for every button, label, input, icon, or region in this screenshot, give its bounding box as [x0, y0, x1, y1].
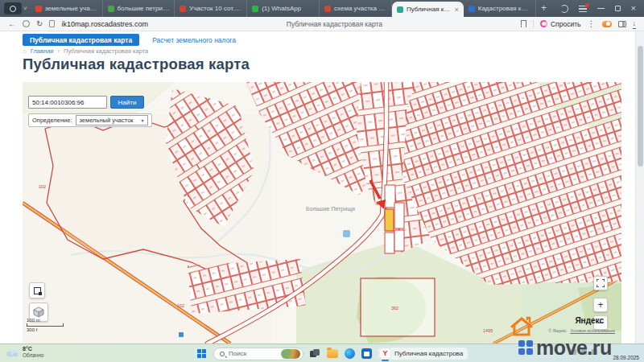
taskbar-search[interactable]: Поиск — [213, 348, 303, 360]
breadcrumb-separator: › — [57, 47, 60, 55]
nav-land-tax[interactable]: Расчет земельного налога — [152, 36, 236, 44]
terms-link[interactable]: Условия использования — [571, 328, 616, 333]
bookmark-icon[interactable] — [521, 20, 526, 27]
tab-label: Публичная када — [407, 6, 452, 13]
notification-badge — [585, 3, 589, 7]
map-attribution: © Яндекс Условия использования — [549, 328, 615, 333]
fullscreen-icon — [597, 279, 605, 287]
tab-5[interactable]: схема участка по к — [320, 0, 392, 17]
extension-icon[interactable] — [602, 21, 612, 27]
tab-7[interactable]: Кадастровая карта — [464, 0, 536, 17]
yandex-logo: Яндекс — [575, 316, 604, 325]
copyright-text: © Яндекс — [549, 328, 567, 333]
file-explorer-button[interactable] — [327, 349, 338, 358]
more-menu-icon[interactable]: ⋮ — [588, 17, 596, 31]
breadcrumb: ⌂ Главная › Публичная кадастровая карта — [23, 47, 148, 55]
site-info-icon[interactable] — [49, 20, 55, 27]
tab-favicon — [108, 6, 114, 12]
nav-public-map[interactable]: Публичная кадастровая карта — [23, 34, 139, 46]
minimize-button[interactable] — [597, 8, 605, 10]
page-scrollbar[interactable] — [635, 31, 644, 343]
maximize-button[interactable] — [615, 6, 621, 11]
browser-logo-icon[interactable] — [23, 20, 30, 27]
site-nav: Публичная кадастровая карта Расчет земел… — [23, 34, 236, 46]
tab-2[interactable]: большие петрищи — [103, 0, 175, 17]
tab-4[interactable]: (1) WhatsApp — [247, 0, 320, 17]
tab-label: схема участка по к — [334, 5, 386, 12]
search-highlight-image[interactable] — [281, 349, 300, 359]
parcel-label: 102 — [39, 184, 46, 189]
tab-label: земельные участки — [45, 5, 97, 12]
village-label: Большие Петрищи — [306, 206, 355, 212]
tab-groups-button[interactable] — [4, 2, 22, 14]
refresh-icon[interactable]: ↻ — [36, 17, 43, 31]
breadcrumb-home-link[interactable]: Главная — [31, 47, 54, 55]
cadastral-map[interactable]: 102 102 362 1495 Большие Петрищи Найти О… — [23, 82, 621, 343]
start-button[interactable] — [197, 349, 207, 359]
close-window-button[interactable]: × — [631, 0, 636, 17]
tab-label: Участок 10 сот. 06 — [189, 5, 242, 12]
edge-browser-button[interactable] — [345, 348, 355, 359]
store-button[interactable] — [361, 348, 372, 359]
tab-favicon — [35, 6, 42, 12]
breadcrumb-current: Публичная кадастровая карта — [64, 47, 148, 55]
area-icon — [34, 287, 41, 294]
tab-favicon — [469, 6, 475, 12]
scale-bar — [27, 323, 64, 327]
tab-active[interactable]: Публичная када× — [392, 2, 464, 17]
tray-icon[interactable] — [592, 349, 597, 355]
tab-label: Кадастровая карта — [478, 5, 530, 12]
back-icon[interactable]: ← — [8, 17, 16, 31]
tab-label: большие петрищи — [118, 5, 170, 12]
cloud-icon — [6, 348, 19, 357]
new-tab-button[interactable]: + — [536, 0, 552, 17]
map-scale: 100 m 300 f — [27, 318, 64, 332]
active-app-button[interactable]: Y Публичная кадастрова — [378, 348, 468, 360]
tab-groups-icon — [10, 6, 16, 12]
system-tray[interactable] — [571, 349, 597, 355]
yandex-browser-icon: Y — [380, 348, 390, 359]
tab-favicon — [324, 6, 331, 12]
cadastral-number-input[interactable] — [28, 96, 107, 109]
close-tab-icon[interactable]: × — [454, 6, 458, 14]
browser-tab-bar: ˅ земельные участки большие петрищи Учас… — [0, 0, 644, 17]
task-view-button[interactable] — [310, 349, 320, 358]
download-icon[interactable]: ↓ — [633, 19, 637, 29]
ask-label: Спросить — [551, 20, 581, 28]
home-icon: ⌂ — [23, 47, 27, 55]
measure-area-button[interactable] — [29, 282, 45, 298]
active-app-label: Публичная кадастрова — [394, 350, 463, 357]
find-button[interactable]: Найти — [110, 96, 144, 109]
taskbar-date[interactable]: 28.09.2025 — [613, 355, 639, 360]
scale-imperial: 300 f — [27, 327, 64, 332]
tray-icon[interactable] — [571, 349, 576, 355]
fullscreen-button[interactable] — [593, 276, 608, 290]
taskbar-center: Поиск Y Публичная кадастрова — [197, 344, 468, 362]
tray-icon[interactable] — [581, 349, 587, 355]
selected-option: земельный участок — [80, 117, 134, 124]
browser-menu-icon[interactable] — [579, 6, 587, 12]
object-type-select[interactable]: земельный участок ▾ — [76, 115, 148, 125]
scale-metric: 100 m — [27, 318, 64, 323]
tab-favicon — [397, 6, 403, 13]
divider — [533, 20, 534, 28]
tab-1[interactable]: земельные участки — [31, 0, 103, 17]
dropdown-arrow-icon: ▾ — [142, 117, 144, 123]
screen: ˅ земельные участки большие петрищи Учас… — [0, 0, 644, 362]
zoom-in-button[interactable]: + — [593, 298, 608, 312]
weather-widget[interactable]: 8°C Облачно — [6, 346, 43, 359]
weather-temp: 8°C — [23, 346, 43, 352]
scrollbar-thumb[interactable] — [638, 46, 643, 167]
side-panel-icon[interactable] — [618, 21, 626, 27]
parcel-label: 102 — [177, 303, 184, 308]
url-text[interactable]: ik10map.roscadastres.com — [61, 20, 148, 28]
page-title-in-bar: Публичная кадастровая карта — [155, 20, 514, 28]
chevron-down-icon[interactable]: ˅ — [23, 0, 27, 17]
parcel-label: 1495 — [483, 328, 493, 333]
browser-assistant-icon[interactable] — [560, 5, 568, 13]
weather-condition: Облачно — [23, 352, 43, 359]
tab-3[interactable]: Участок 10 сот. 06 — [175, 0, 247, 17]
ask-ai-button[interactable]: Спросить — [540, 20, 581, 28]
taskbar: 8°C Облачно Поиск Y Публичная кадастрова… — [0, 343, 644, 362]
parcel-label: 362 — [391, 306, 398, 311]
